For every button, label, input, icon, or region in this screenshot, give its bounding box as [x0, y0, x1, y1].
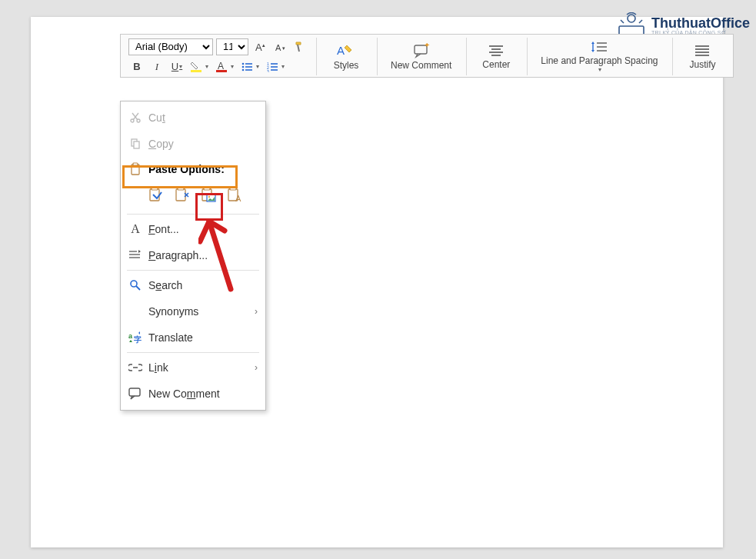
comment-icon [127, 388, 144, 400]
cut-icon [127, 111, 144, 124]
mini-toolbar: Arial (Body) 11 A▴ A▾ B I U▾ ▾ A▾ [120, 34, 734, 78]
annotation-orange-box [122, 165, 238, 188]
svg-text:字: 字 [134, 335, 142, 344]
menu-synonyms[interactable]: Synonyms › [121, 298, 265, 324]
menu-synonyms-label: Synonyms [144, 305, 255, 318]
menu-search[interactable]: Search [121, 272, 265, 298]
menu-translate[interactable]: a字 Translate [121, 324, 265, 351]
menu-new-comment[interactable]: New Comment [121, 381, 265, 407]
menu-link[interactable]: Link › [121, 354, 265, 381]
svg-point-2 [628, 15, 635, 22]
format-painter-button[interactable] [291, 38, 308, 55]
underline-button[interactable]: U▾ [168, 58, 185, 75]
menu-link-label: Link [144, 361, 255, 374]
svg-line-62 [136, 286, 140, 290]
styles-button[interactable]: A Styles [323, 41, 369, 73]
justify-icon [694, 44, 711, 58]
svg-text:A: A [218, 61, 224, 72]
line-spacing-button[interactable]: Line and Paragraph Spacing▾ [534, 38, 664, 75]
annotation-arrow-icon [198, 220, 237, 297]
svg-line-3 [621, 20, 624, 23]
svg-text:3: 3 [267, 69, 269, 72]
comment-icon: ✦ [413, 43, 430, 58]
svg-rect-47 [150, 189, 159, 201]
numbering-button[interactable]: 123▾ [265, 58, 287, 75]
bold-button[interactable]: B [128, 58, 145, 75]
svg-rect-9 [191, 70, 201, 72]
svg-text:a: a [128, 332, 133, 340]
menu-separator [127, 270, 259, 271]
menu-cut: Cut [121, 105, 265, 131]
svg-point-14 [242, 68, 245, 71]
menu-cut-label: Cut [144, 111, 258, 124]
increase-font-button[interactable]: A▴ [251, 38, 268, 55]
svg-point-13 [242, 65, 245, 68]
center-button[interactable]: Center [473, 42, 519, 72]
annotation-red-box [195, 193, 223, 221]
new-comment-button[interactable]: ✦ New Comment [384, 41, 458, 73]
svg-rect-49 [176, 189, 185, 201]
svg-rect-11 [216, 70, 227, 72]
justify-label: Justify [689, 59, 715, 70]
menu-separator [127, 352, 259, 353]
paragraph-icon [127, 250, 144, 261]
menu-copy: Copy [121, 131, 265, 157]
spacing-label: Line and Paragraph Spacing [541, 55, 658, 66]
svg-line-4 [639, 20, 642, 23]
menu-new-comment-label: New Comment [144, 388, 258, 400]
justify-button[interactable]: Justify [679, 42, 725, 72]
font-size-select[interactable]: 11 [216, 38, 248, 55]
svg-text:A: A [235, 194, 241, 203]
context-menu: Cut Copy Paste Options: A A Font... [120, 101, 266, 411]
menu-font[interactable]: A Font... [121, 216, 265, 242]
font-color-button[interactable]: A▾ [214, 58, 236, 75]
watermark-title: ThuthuatOffice [651, 16, 750, 30]
chevron-right-icon: › [255, 306, 258, 317]
center-icon [488, 44, 505, 58]
svg-text:✦: ✦ [424, 43, 430, 49]
styles-icon: A [336, 43, 356, 58]
menu-translate-label: Translate [144, 331, 258, 344]
chevron-right-icon: › [255, 362, 258, 373]
bullets-button[interactable]: ▾ [239, 58, 261, 75]
translate-icon: a字 [127, 331, 144, 344]
copy-icon [127, 138, 144, 150]
svg-text:▴: ▴ [262, 42, 265, 48]
line-spacing-icon [590, 40, 608, 54]
svg-text:A: A [255, 42, 262, 53]
svg-text:▾: ▾ [282, 45, 285, 51]
font-name-select[interactable]: Arial (Body) [128, 38, 213, 55]
new-comment-label: New Comment [391, 60, 451, 71]
search-icon [127, 279, 144, 291]
styles-label: Styles [334, 60, 359, 71]
svg-point-61 [131, 281, 137, 287]
highlight-button[interactable]: ▾ [188, 58, 211, 75]
svg-point-12 [242, 62, 245, 65]
menu-paragraph[interactable]: Paragraph... [121, 242, 265, 268]
svg-rect-65 [129, 388, 140, 396]
decrease-font-button[interactable]: A▾ [271, 38, 288, 55]
svg-rect-44 [134, 141, 139, 148]
italic-button[interactable]: I [148, 58, 165, 75]
menu-separator [127, 214, 259, 215]
link-icon [127, 363, 144, 372]
font-icon: A [127, 222, 144, 236]
center-label: Center [482, 59, 510, 70]
menu-copy-label: Copy [144, 138, 258, 150]
svg-text:A: A [275, 43, 281, 52]
svg-text:A: A [337, 44, 345, 57]
